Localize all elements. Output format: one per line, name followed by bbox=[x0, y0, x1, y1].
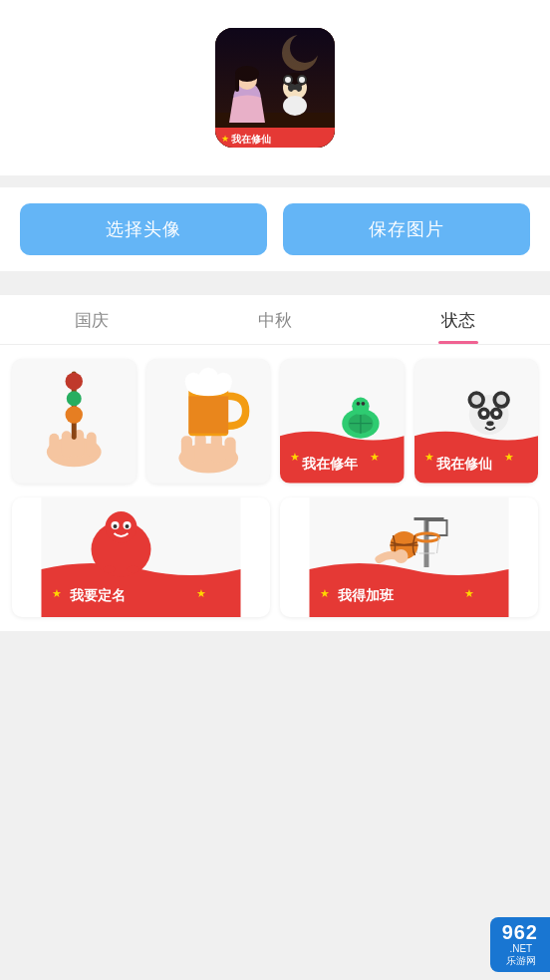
svg-rect-37 bbox=[224, 437, 235, 462]
svg-text:★: ★ bbox=[221, 134, 229, 144]
svg-point-79 bbox=[104, 565, 116, 573]
modify-bg: ★ ★ 我在修年 bbox=[280, 359, 405, 484]
tab-guoqing[interactable]: 国庆 bbox=[0, 295, 183, 344]
svg-point-74 bbox=[106, 511, 138, 543]
svg-point-68 bbox=[486, 421, 493, 426]
tab-zhuangtai[interactable]: 状态 bbox=[367, 295, 550, 344]
svg-text:★: ★ bbox=[423, 451, 433, 463]
svg-point-17 bbox=[292, 90, 298, 96]
svg-point-66 bbox=[481, 411, 486, 416]
svg-rect-8 bbox=[235, 72, 239, 92]
svg-text:★: ★ bbox=[464, 587, 474, 599]
panda2-bg: ★ ★ 我在修仙 bbox=[414, 359, 539, 484]
svg-point-53 bbox=[357, 402, 361, 406]
svg-text:★: ★ bbox=[196, 587, 206, 599]
avatar-illustration: ★ 我在修仙 bbox=[215, 28, 335, 148]
sticker-modify-inner: ★ ★ 我在修年 bbox=[280, 359, 405, 484]
svg-rect-27 bbox=[87, 432, 97, 457]
svg-point-62 bbox=[471, 395, 481, 405]
avatar-section: ★ 我在修仙 bbox=[0, 0, 550, 175]
svg-rect-25 bbox=[62, 431, 72, 458]
avatar-wrapper: ★ 我在修仙 bbox=[215, 28, 335, 148]
sticker-grid-row1: ★ ★ 我在修年 bbox=[0, 345, 550, 497]
svg-point-67 bbox=[493, 411, 498, 416]
select-avatar-button[interactable]: 选择头像 bbox=[20, 203, 267, 255]
svg-text:我在修年: 我在修年 bbox=[301, 456, 358, 472]
svg-point-77 bbox=[114, 524, 118, 528]
svg-text:我在修仙: 我在修仙 bbox=[230, 134, 271, 145]
svg-point-94 bbox=[395, 549, 409, 563]
watermark: 962 .NET 乐游网 bbox=[490, 917, 550, 972]
svg-text:★: ★ bbox=[370, 451, 380, 463]
save-image-button[interactable]: 保存图片 bbox=[283, 203, 530, 255]
svg-point-54 bbox=[362, 402, 366, 406]
sticker-beer[interactable] bbox=[146, 359, 271, 484]
svg-point-29 bbox=[66, 373, 83, 390]
tab-section: 国庆 中秋 状态 bbox=[0, 295, 550, 631]
page-bottom: 962 .NET 乐游网 bbox=[0, 910, 550, 981]
tab-zhongqiu[interactable]: 中秋 bbox=[183, 295, 367, 344]
sticker-grid-row2: ★ ★ 我要定名 bbox=[0, 497, 550, 631]
svg-point-80 bbox=[128, 565, 139, 573]
svg-text:★: ★ bbox=[290, 451, 300, 463]
sticker-vote[interactable]: ★ ★ 我要定名 bbox=[12, 497, 270, 617]
sticker-modify[interactable]: ★ ★ 我在修年 bbox=[280, 359, 405, 484]
svg-point-31 bbox=[66, 406, 83, 423]
svg-rect-43 bbox=[188, 396, 228, 433]
spacer bbox=[0, 631, 550, 910]
avatar-art: ★ 我在修仙 bbox=[215, 28, 335, 148]
svg-point-52 bbox=[352, 398, 369, 415]
svg-point-78 bbox=[126, 524, 130, 528]
watermark-net: .NET bbox=[509, 944, 532, 954]
gap-1 bbox=[0, 175, 550, 187]
svg-point-14 bbox=[299, 77, 305, 83]
sticker-panda2-inner: ★ ★ 我在修仙 bbox=[414, 359, 539, 484]
vote-illustration: ★ ★ 我要定名 bbox=[12, 497, 270, 617]
svg-rect-35 bbox=[194, 434, 205, 464]
svg-rect-36 bbox=[210, 434, 221, 464]
svg-text:我得加班: 我得加班 bbox=[337, 587, 395, 603]
watermark-number: 962 bbox=[502, 921, 538, 944]
svg-rect-34 bbox=[180, 436, 191, 463]
sticker-panda2[interactable]: ★ ★ 我在修仙 bbox=[414, 359, 539, 484]
svg-point-42 bbox=[214, 373, 231, 390]
svg-text:我在修仙: 我在修仙 bbox=[435, 456, 492, 472]
svg-text:★: ★ bbox=[503, 451, 513, 463]
button-row: 选择头像 保存图片 bbox=[0, 187, 550, 271]
svg-rect-24 bbox=[49, 434, 59, 459]
work-illustration: ★ ★ 我得加班 bbox=[280, 497, 538, 617]
sticker-work[interactable]: ★ ★ 我得加班 bbox=[280, 497, 538, 617]
svg-text:★: ★ bbox=[52, 587, 62, 599]
watermark-site: 乐游网 bbox=[506, 954, 536, 968]
sticker-skewer[interactable] bbox=[12, 359, 137, 484]
svg-point-18 bbox=[283, 96, 307, 116]
skewer-illustration bbox=[12, 359, 137, 484]
svg-point-30 bbox=[67, 391, 82, 406]
svg-point-63 bbox=[496, 395, 506, 405]
beer-illustration bbox=[146, 359, 271, 484]
gap-2 bbox=[0, 271, 550, 283]
svg-point-13 bbox=[285, 77, 291, 83]
svg-text:★: ★ bbox=[320, 587, 330, 599]
tab-bar: 国庆 中秋 状态 bbox=[0, 295, 550, 345]
svg-text:我要定名: 我要定名 bbox=[69, 587, 126, 603]
